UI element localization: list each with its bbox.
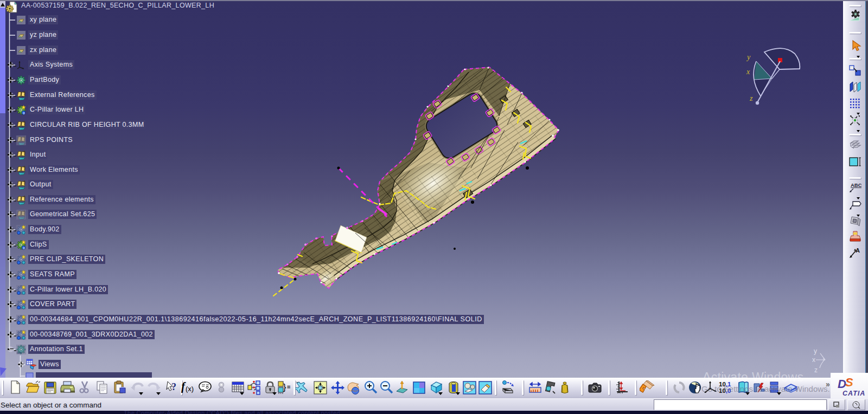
svg-text:(x): (x) (186, 385, 194, 393)
svg-text:?: ? (171, 381, 176, 392)
svg-text:}: } (283, 383, 286, 392)
svg-text:CATIA: CATIA (843, 390, 865, 397)
svg-text:y: y (814, 347, 817, 355)
svg-text:z: z (749, 94, 753, 102)
svg-text:x: x (812, 356, 815, 364)
svg-text:ABC: ABC (851, 182, 861, 188)
svg-text:y: y (746, 53, 751, 61)
svg-text:A: A (856, 247, 860, 254)
svg-text:x: x (746, 68, 750, 76)
svg-text:z: z (814, 366, 818, 374)
svg-text:S: S (845, 376, 853, 389)
svg-text:=: = (287, 384, 290, 390)
